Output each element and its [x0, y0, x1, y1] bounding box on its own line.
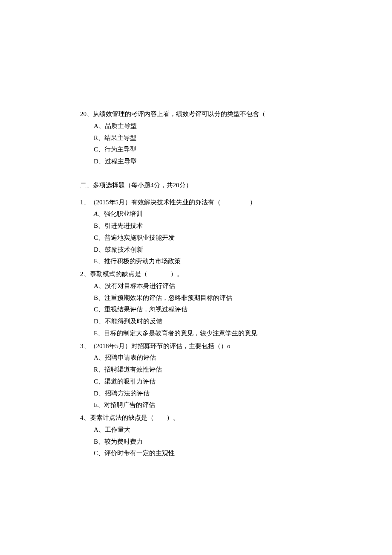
- q20-option-a: A、品质主导型: [80, 120, 392, 132]
- mq2-stem: 2、泰勒模式的缺点是（）。: [80, 268, 392, 280]
- mq1-option-a-text: 、强化职业培训: [98, 210, 142, 217]
- mq2-stem-suffix: ）。: [170, 270, 183, 277]
- multi-question-4: 4、要素计点法的缺点是（）。 A、工作量大 B、较为费时费力 C、评价时带有一定…: [80, 412, 392, 459]
- mq4-stem-suffix: ）。: [167, 414, 179, 421]
- mq4-option-c: C、评价时带有一定的主观性: [80, 447, 392, 459]
- q20-option-r: R、结果主导型: [80, 132, 392, 144]
- mq2-stem-prefix: 2、泰勒模式的缺点是（: [80, 270, 147, 277]
- mq1-stem-prefix: 1、（2015年5月）有效解决技术性失业的办法有（: [80, 199, 221, 206]
- mq4-stem: 4、要素计点法的缺点是（）。: [80, 412, 392, 424]
- mq3-option-a: A、招聘申请表的评估: [80, 352, 392, 364]
- mq1-option-a-letter: A: [94, 210, 98, 217]
- mq4-stem-prefix: 4、要素计点法的缺点是（: [80, 414, 154, 421]
- mq2-option-c: C、重视结果评估，忽视过程评估: [80, 304, 392, 316]
- mq4-option-b: B、较为费时费力: [80, 436, 392, 448]
- multi-question-1: 1、（2015年5月）有效解决技术性失业的办法有（） A、强化职业培训 B、引进…: [80, 197, 392, 268]
- mq3-option-d: D、招聘方法的评估: [80, 388, 392, 400]
- mq4-option-a: A、工作量大: [80, 424, 392, 436]
- mq1-stem: 1、（2015年5月）有效解决技术性失业的办法有（）: [80, 197, 392, 209]
- mq3-option-e: E、对招聘广告的评估: [80, 399, 392, 411]
- mq2-option-a: A、没有对目标本身进行评估: [80, 280, 392, 292]
- mq1-option-e: E、推行积极的劳动力市场政策: [80, 256, 392, 267]
- multi-question-3: 3、（2018年5月）对招募环节的评估，主要包括（）o A、招聘申请表的评估 R…: [80, 340, 392, 412]
- mq3-stem: 3、（2018年5月）对招募环节的评估，主要包括（）o: [80, 340, 392, 352]
- mq2-option-e: E、目标的制定大多是教育者的意见，较少注意学生的意见: [80, 328, 392, 340]
- mq3-option-c: C、渠道的吸引力评估: [80, 376, 392, 388]
- mq1-option-b: B、引进先进技术: [80, 220, 392, 232]
- mq1-option-d: D、鼓励技术创新: [80, 244, 392, 256]
- question-20: 20、从绩效管理的考评内容上看，绩效考评可以分的类型不包含（ A、品质主导型 R…: [80, 108, 392, 168]
- mq2-option-d: D、不能得到及时的反馈: [80, 316, 392, 328]
- mq1-option-c: C、普遍地实施职业技能开发: [80, 232, 392, 244]
- mq3-option-r: R、招聘渠道有效性评估: [80, 364, 392, 376]
- section-2-header: 二、多项选择题（每小题4分，共20分）: [80, 180, 392, 192]
- mq1-option-a: A、强化职业培训: [80, 208, 392, 220]
- mq1-stem-suffix: ）: [250, 199, 256, 206]
- multi-question-2: 2、泰勒模式的缺点是（）。 A、没有对目标本身进行评估 B、注重预期效果的评估，…: [80, 268, 392, 340]
- q20-stem: 20、从绩效管理的考评内容上看，绩效考评可以分的类型不包含（: [80, 108, 392, 120]
- q20-option-d: D、过程主导型: [80, 156, 392, 168]
- mq2-option-b: B、注重预期效果的评估，忽略非预期目标的评估: [80, 292, 392, 304]
- q20-option-c: C、行为主导型: [80, 144, 392, 156]
